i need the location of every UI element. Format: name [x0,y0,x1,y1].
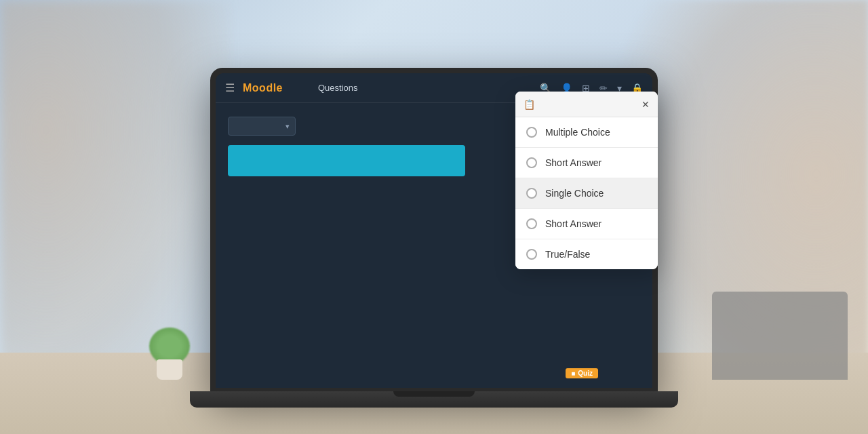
right-laptop-screen [712,292,848,380]
plant-pot [157,359,182,380]
right-laptop [712,292,848,380]
popup-header: 📋 ✕ [515,92,658,117]
popup-close-button[interactable]: ✕ [642,99,650,110]
radio-short-answer-1 [526,157,537,168]
popup-calendar-icon: 📋 [524,99,535,110]
question-type-popup: 📋 ✕ Multiple Choice Short Answer Single … [515,92,658,269]
option-single-choice[interactable]: Single Choice [515,178,658,209]
moodle-logo: Moodle [243,82,283,94]
radio-short-answer-2 [526,218,537,229]
plant [149,328,190,380]
nav-title[interactable]: Questions [318,83,358,93]
hamburger-icon[interactable]: ☰ [225,81,235,94]
option-true-false[interactable]: True/False [515,239,658,269]
option-multiple-choice-label: Multiple Choice [545,127,610,138]
option-short-answer-2-label: Short Answer [545,218,601,229]
quiz-badge-label: Quiz [578,370,593,377]
category-dropdown[interactable]: ▾ [228,117,296,136]
laptop-base [190,391,678,408]
dropdown-arrow-icon: ▾ [285,122,290,131]
radio-true-false [526,249,537,260]
quiz-badge: ■ Quiz [566,368,598,378]
laptop-notch [393,391,475,397]
option-short-answer-1-label: Short Answer [545,157,601,168]
option-single-choice-label: Single Choice [545,188,604,199]
radio-single-choice [526,188,537,199]
option-short-answer-1[interactable]: Short Answer [515,148,658,178]
option-true-false-label: True/False [545,249,590,260]
radio-multiple-choice [526,127,537,138]
option-multiple-choice[interactable]: Multiple Choice [515,117,658,148]
quiz-badge-icon: ■ [571,370,575,377]
option-short-answer-2[interactable]: Short Answer [515,209,658,239]
question-bar [228,145,465,176]
